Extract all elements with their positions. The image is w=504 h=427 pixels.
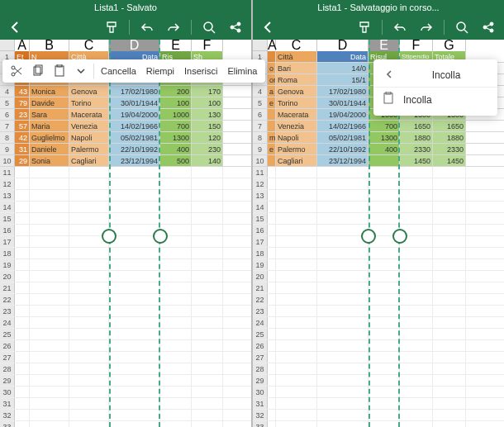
cell[interactable]: Daniele xyxy=(30,144,69,154)
cell[interactable]: Venezia xyxy=(276,121,317,131)
cell[interactable]: Sonia xyxy=(30,155,69,166)
cell[interactable]: 15/1 xyxy=(317,74,368,85)
cell[interactable] xyxy=(268,109,276,120)
cell[interactable]: Genova xyxy=(69,86,109,97)
selection-handle-left[interactable] xyxy=(361,229,376,244)
cell[interactable] xyxy=(368,155,400,166)
cell[interactable]: Torino xyxy=(69,97,109,108)
ctx-clear[interactable]: Cancella xyxy=(96,66,141,76)
cell[interactable]: a xyxy=(268,86,276,97)
cell[interactable]: 1300 xyxy=(160,132,192,143)
cell[interactable]: 1650 xyxy=(400,121,433,131)
col-header[interactable]: A xyxy=(268,40,276,51)
format-brush-button[interactable] xyxy=(102,18,121,36)
cell[interactable]: Torino xyxy=(276,97,317,108)
share-button[interactable] xyxy=(226,18,245,36)
share-button[interactable] xyxy=(479,18,497,36)
cell[interactable]: 14/0 xyxy=(317,63,368,74)
cell[interactable]: 23/12/1994 xyxy=(109,155,160,166)
cell[interactable]: Palermo xyxy=(69,144,109,154)
cell[interactable]: 22/10/1992 xyxy=(317,144,368,154)
cell[interactable]: 05/02/1981 xyxy=(317,132,368,143)
menu-item-paste[interactable]: Incolla xyxy=(373,88,497,112)
ctx-fill[interactable]: Riempi xyxy=(141,66,179,76)
col-header[interactable]: F xyxy=(192,40,223,51)
cell[interactable]: 17/02/1980 xyxy=(109,86,160,97)
cell[interactable]: 700 xyxy=(368,121,400,131)
undo-button[interactable] xyxy=(391,18,409,36)
redo-button[interactable] xyxy=(417,18,435,36)
cell[interactable]: 230 xyxy=(192,144,223,154)
col-header[interactable]: E xyxy=(160,40,192,51)
cell[interactable]: Guglielmo xyxy=(30,132,69,143)
cell[interactable]: 05/02/1981 xyxy=(109,132,160,143)
cell[interactable]: e xyxy=(268,97,276,108)
col-header[interactable]: D xyxy=(317,40,368,51)
cell[interactable]: 100 xyxy=(160,97,192,108)
cell[interactable]: Cagliari xyxy=(276,155,317,166)
cell[interactable]: 14/02/1966 xyxy=(317,121,368,131)
cell[interactable]: mo xyxy=(268,132,276,143)
cell[interactable]: 79 xyxy=(15,97,30,108)
cell[interactable]: 2330 xyxy=(400,144,433,154)
cell[interactable] xyxy=(268,155,276,166)
cell[interactable]: 42 xyxy=(15,132,30,143)
selection-handle-right[interactable] xyxy=(153,229,168,244)
cell[interactable]: 43 xyxy=(15,86,30,97)
cell[interactable]: Genova xyxy=(276,86,317,97)
format-brush-button[interactable] xyxy=(355,18,373,36)
cell[interactable]: 500 xyxy=(160,155,192,166)
paste-button[interactable] xyxy=(49,62,70,80)
col-header[interactable]: F xyxy=(400,40,433,51)
cell[interactable]: 130 xyxy=(192,109,223,120)
cell[interactable]: 2330 xyxy=(433,144,466,154)
cell[interactable]: 22/10/1992 xyxy=(109,144,160,154)
cell[interactable]: 57 xyxy=(15,121,30,131)
search-button[interactable] xyxy=(200,18,218,36)
cell[interactable]: Cagliari xyxy=(69,155,109,166)
cell[interactable]: Napoli xyxy=(69,132,109,143)
cell[interactable]: 140 xyxy=(192,155,223,166)
col-header[interactable]: G xyxy=(433,40,466,51)
cell[interactable]: Napoli xyxy=(276,132,317,143)
redo-button[interactable] xyxy=(164,18,183,36)
cell[interactable]: 150 xyxy=(192,121,223,131)
selection-handle-right[interactable] xyxy=(392,229,407,244)
col-header[interactable]: B xyxy=(30,40,69,51)
cell[interactable] xyxy=(268,121,276,131)
cell[interactable]: 23 xyxy=(15,109,30,120)
cell[interactable]: ore xyxy=(268,74,276,85)
copy-button[interactable] xyxy=(27,62,49,80)
col-header[interactable]: A xyxy=(15,40,30,51)
cell[interactable]: o xyxy=(268,63,276,74)
cell[interactable]: 30/01/1944 xyxy=(317,97,368,108)
cell[interactable]: 29 xyxy=(15,155,30,166)
back-button[interactable] xyxy=(7,18,25,36)
sheet-area[interactable]: A B C D E F 1 Et N Città Data Ris Sh 222… xyxy=(0,40,251,427)
cell[interactable]: 30/01/1944 xyxy=(109,97,160,108)
cell[interactable]: 23/12/1994 xyxy=(317,155,368,166)
cell[interactable]: 1880 xyxy=(400,132,433,143)
more-dropdown[interactable] xyxy=(70,62,92,80)
cell[interactable]: Monica xyxy=(30,86,69,97)
cell[interactable]: 170 xyxy=(192,86,223,97)
cell[interactable]: 14/02/1966 xyxy=(109,121,160,131)
cell[interactable]: 120 xyxy=(192,132,223,143)
cell[interactable]: e xyxy=(268,144,276,154)
cell[interactable]: 19/04/2000 xyxy=(317,109,368,120)
cell[interactable]: 400 xyxy=(160,144,192,154)
cell[interactable]: 1000 xyxy=(160,109,192,120)
cell[interactable]: 100 xyxy=(192,97,223,108)
undo-button[interactable] xyxy=(138,18,156,36)
cell[interactable]: Bari xyxy=(276,63,317,74)
search-button[interactable] xyxy=(453,18,471,36)
cell[interactable]: 400 xyxy=(368,144,400,154)
col-header[interactable]: C xyxy=(276,40,317,51)
cell[interactable]: Macerata xyxy=(69,109,109,120)
cell[interactable]: 17/02/1980 xyxy=(317,86,368,97)
cut-button[interactable] xyxy=(6,62,27,80)
cell[interactable]: Venezia xyxy=(69,121,109,131)
ctx-delete[interactable]: Elimina xyxy=(222,66,262,76)
cell[interactable]: Palermo xyxy=(276,144,317,154)
cell[interactable]: 1450 xyxy=(400,155,433,166)
